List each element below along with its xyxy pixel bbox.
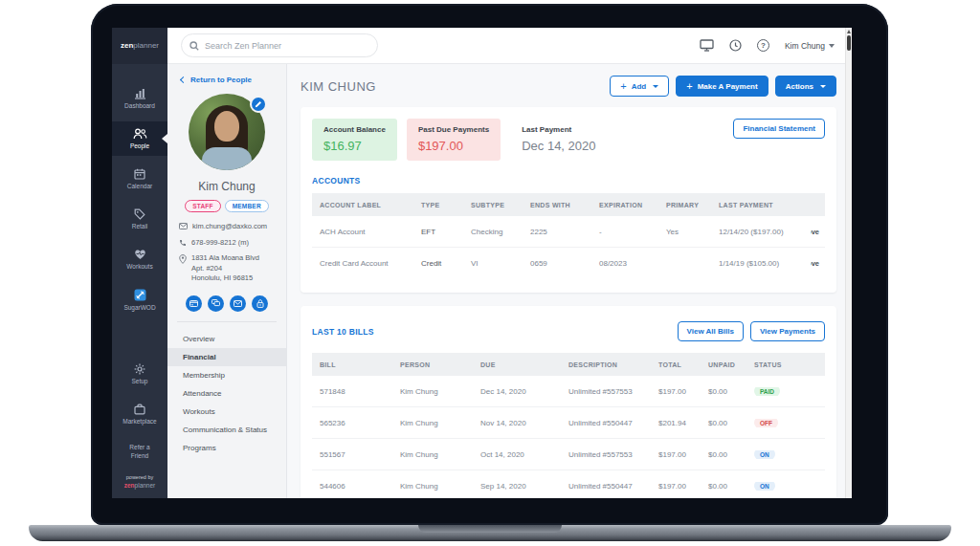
sidebar-item-label: Workouts [126,263,152,270]
payment-card-button[interactable] [186,295,202,312]
sugarwod-icon [134,289,146,301]
actions-button[interactable]: Actions [775,76,836,97]
back-link-label: Return to People [190,76,252,84]
email-button[interactable] [230,295,246,312]
laptop-base-notch [418,525,562,533]
tab-communication-status[interactable]: Communication & Status [167,421,286,439]
help-icon[interactable]: ? [757,39,769,52]
scrollbar-up-arrow[interactable] [847,30,851,33]
refer-line: Friend [112,451,167,461]
status-badge: PAID [754,387,780,396]
laptop-mockup: zenplanner ? Kim Chung Dash [0,0,980,546]
tab-overview[interactable]: Overview [167,330,286,348]
address-row: 1831 Ala Moana Blvd Apt. #204 Honolulu, … [179,253,278,284]
remove-account-button[interactable]: ✕Remove [811,259,819,269]
sidebar-item-marketplace[interactable]: Marketplace [112,397,167,431]
zenplanner-logo: zenplanner [112,28,167,64]
tab-membership[interactable]: Membership [167,366,286,384]
app-scrollbar[interactable] [845,28,852,498]
person-name: Kim Chung [167,180,286,193]
logo-rest: planner [133,41,159,50]
bar-chart-icon [134,88,146,99]
chevron-down-icon [653,85,658,88]
email-row: kim.chung@daxko.com [179,222,278,232]
zenplanner-app: zenplanner ? Kim Chung Dash [112,28,852,498]
tab-financial[interactable]: Financial [167,348,286,366]
search-input[interactable] [205,41,369,51]
main-sidebar: Dashboard People Calendar Retail Workout… [112,64,167,498]
search-icon [189,41,199,51]
return-to-people-link[interactable]: Return to People [167,64,286,90]
account-balance-stat: Account Balance $16.97 [312,119,397,161]
sidebar-item-people[interactable]: People [112,121,167,156]
lock-button[interactable] [252,295,268,312]
chevron-down-icon [820,85,826,88]
phone-value: 678-999-8212 (m) [191,238,249,249]
envelope-icon [179,223,188,229]
powered-by-logo: zenplanner [112,482,167,489]
tab-programs[interactable]: Programs [167,439,286,457]
sidebar-item-refer-a-friend[interactable]: Refer a Friend [112,437,167,468]
logo-bold: zen [121,41,133,50]
global-search[interactable] [181,33,378,57]
chevron-down-icon [829,44,835,48]
accounts-table: ACCOUNT LABEL TYPE SUBTYPE ENDS WITH EXP… [312,193,825,279]
bills-card: LAST 10 BILLS View All Bills View Paymen… [301,306,836,498]
briefcase-icon [134,404,145,415]
edit-photo-button[interactable] [250,96,267,113]
sidebar-item-label: Dashboard [124,102,155,109]
bills-table-header: BILL PERSON DUE DESCRIPTION TOTAL UNPAID… [312,353,825,376]
tab-attendance[interactable]: Attendance [167,384,286,403]
sidebar-item-label: People [130,142,149,149]
last-payment-value: Dec 14, 2020 [522,139,595,153]
user-menu[interactable]: Kim Chung [785,41,835,51]
sidebar-item-sugarwod[interactable]: SugarWOD [112,282,167,317]
view-payments-button[interactable]: View Payments [750,321,825,341]
price-tag-icon [134,208,145,220]
status-badge: ON [754,482,775,491]
table-row: Credit Card Account Credit VI 0659 08/20… [312,248,825,279]
sidebar-item-workouts[interactable]: Workouts [112,242,167,276]
chat-icon [212,299,220,307]
kiosk-monitor-icon[interactable] [700,39,714,52]
sidebar-item-setup[interactable]: Setup [112,357,167,391]
add-button[interactable]: + Add [610,76,669,97]
sidebar-item-label: Marketplace [122,418,156,425]
past-due-value: $197.00 [418,139,489,153]
past-due-stat: Past Due Payments $197.00 [407,119,501,161]
table-row: 544606 Kim Chung Sep 14, 2020 Unlimited … [312,470,825,498]
sidebar-item-label: Retail [132,223,148,229]
refer-line: Refer a [112,443,167,452]
make-a-payment-button[interactable]: + Make A Payment [676,76,768,97]
credit-card-icon [189,300,198,307]
sidebar-item-label: Calendar [127,183,152,189]
people-icon [133,128,147,140]
message-button[interactable] [208,295,224,312]
sidebar-item-calendar[interactable]: Calendar [112,162,167,196]
bills-section-title: LAST 10 BILLS [312,327,374,337]
lock-icon [256,299,264,308]
account-balance-value: $16.97 [323,139,386,153]
sidebar-item-dashboard[interactable]: Dashboard [112,81,167,116]
gear-icon [134,363,145,375]
plus-icon: + [620,81,626,92]
view-all-bills-button[interactable]: View All Bills [678,321,744,341]
sidebar-item-label: Setup [132,378,148,384]
sidebar-item-retail[interactable]: Retail [112,202,167,236]
table-row: 571848 Kim Chung Dec 14, 2020 Unlimited … [312,376,825,407]
calendar-icon [134,168,145,180]
page-title: KIM CHUNG [301,79,376,94]
accounts-table-header: ACCOUNT LABEL TYPE SUBTYPE ENDS WITH EXP… [312,193,825,216]
table-row: ACH Account EFT Checking 2225 - Yes 12/1… [312,216,825,248]
table-row: 551567 Kim Chung Oct 14, 2020 Unlimited … [312,439,825,470]
last-payment-stat: Last Payment Dec 14, 2020 [510,119,607,161]
financial-statement-button[interactable]: Financial Statement [733,119,825,139]
remove-account-button[interactable]: ✕Remove [811,227,819,236]
recent-clock-icon[interactable] [729,39,742,52]
financial-card: Account Balance $16.97 Past Due Payments… [301,107,836,293]
topbar-right: ? Kim Chung [700,39,852,52]
tab-workouts[interactable]: Workouts [167,403,286,421]
powered-by: powered by zenplanner [112,467,167,498]
scrollbar-thumb[interactable] [847,35,851,51]
divider [177,321,277,322]
